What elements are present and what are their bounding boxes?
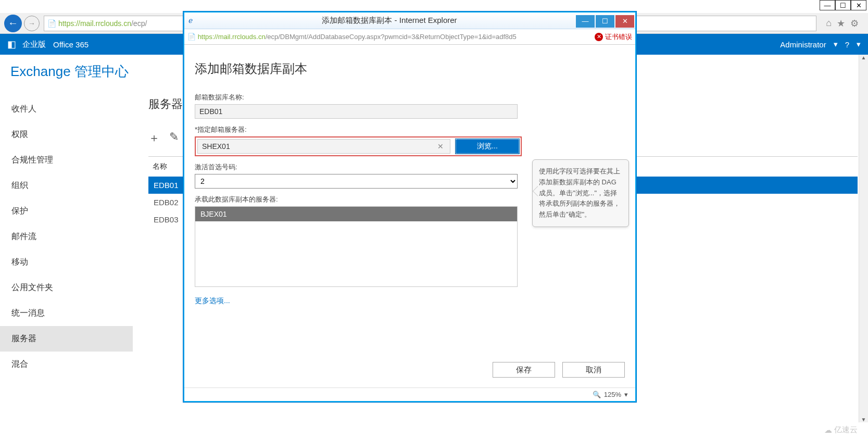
favorites-icon[interactable]: ★ [837, 18, 845, 29]
popup-address-bar[interactable]: 📄 https://mail.rrclouds.cn /ecp/DBMgmt/A… [184, 29, 635, 45]
sidebar-item[interactable]: 保护 [0, 198, 133, 224]
sidebar-item[interactable]: 合规性管理 [0, 147, 133, 173]
product-label: Office 365 [53, 40, 89, 49]
sidebar-item[interactable]: 服务器 [0, 326, 133, 352]
zoom-dropdown-icon[interactable]: ▾ [624, 391, 628, 398]
activation-pref-select[interactable]: 2 [195, 174, 518, 189]
popup-site-icon: 📄 [187, 33, 198, 41]
user-label[interactable]: Administrator [780, 40, 826, 49]
help-icon[interactable]: ? [845, 40, 849, 49]
outer-close-button[interactable]: ✕ [851, 0, 866, 10]
sidebar-item[interactable]: 混合 [0, 352, 133, 377]
ie-icon: ℯ [188, 16, 198, 26]
popup-heading: 添加邮箱数据库副本 [195, 60, 625, 77]
zoom-value: 125% [604, 391, 621, 398]
zoom-icon[interactable]: 🔍 [593, 391, 601, 398]
back-button[interactable]: ← [4, 15, 22, 32]
site-icon: 📄 [47, 19, 58, 28]
sidebar-item[interactable]: 统一消息 [0, 301, 133, 326]
cancel-button[interactable]: 取消 [562, 362, 625, 378]
url-path: /ecp/ [131, 19, 147, 28]
sidebar-item[interactable]: 公用文件夹 [0, 275, 133, 301]
app-launcher-icon[interactable]: ◧ [7, 39, 16, 50]
user-dropdown-icon[interactable]: ▾ [834, 40, 838, 49]
popup-window: ℯ 添加邮箱数据库副本 - Internet Explorer — ☐ ✕ 📄 … [183, 11, 636, 402]
popup-close-button[interactable]: ✕ [615, 15, 634, 28]
browse-button[interactable]: 浏览... [456, 139, 519, 154]
popup-minimize-button[interactable]: — [576, 15, 595, 28]
sidebar-item[interactable]: 移动 [0, 249, 133, 275]
enterprise-label: 企业版 [22, 40, 46, 49]
scroll-up-icon[interactable]: ▲ [861, 55, 866, 60]
copy-servers-list: BJEX01 [195, 206, 518, 287]
cert-error-badge[interactable]: ✕ 证书错误 [595, 32, 632, 42]
scrollbar[interactable]: ▲ ▼ [859, 55, 868, 422]
cert-error-icon: ✕ [595, 33, 603, 41]
popup-titlebar[interactable]: ℯ 添加邮箱数据库副本 - Internet Explorer — ☐ ✕ [184, 12, 635, 29]
url-host: https://mail.rrclouds.cn [58, 19, 131, 28]
home-icon[interactable]: ⌂ [826, 18, 832, 29]
cloud-icon: ☁ [824, 426, 832, 435]
sidebar-item[interactable]: 收件人 [0, 96, 133, 122]
settings-icon[interactable]: ⚙ [850, 18, 859, 29]
db-name-label: 邮箱数据库名称: [195, 93, 625, 102]
watermark: ☁ 亿速云 [824, 425, 858, 435]
save-button[interactable]: 保存 [493, 362, 555, 378]
add-icon[interactable]: ＋ [148, 130, 160, 146]
forward-button[interactable]: → [24, 16, 40, 31]
sidebar-item[interactable]: 权限 [0, 122, 133, 147]
more-options-link[interactable]: 更多选项... [195, 296, 625, 306]
sidebar-item[interactable]: 组织 [0, 173, 133, 198]
outer-maximize-button[interactable]: ☐ [835, 0, 851, 10]
popup-maximize-button[interactable]: ☐ [596, 15, 614, 28]
db-name-field: EDB01 [195, 104, 518, 119]
server-label: *指定邮箱服务器: [195, 125, 625, 134]
server-picker-row: SHEX01 ✕ 浏览... [195, 136, 522, 156]
popup-title: 添加邮箱数据库副本 - Internet Explorer [203, 16, 576, 26]
scroll-down-icon[interactable]: ▼ [861, 417, 866, 422]
popup-url-host: https://mail.rrclouds.cn [198, 33, 266, 41]
outer-minimize-button[interactable]: — [820, 0, 835, 10]
list-item[interactable]: BJEX01 [195, 207, 517, 221]
help-bubble: 使用此字段可选择要在其上添加新数据库副本的 DAG 成员。单击"浏览..."，选… [532, 159, 629, 227]
clear-server-icon[interactable]: ✕ [435, 142, 446, 151]
server-field[interactable]: SHEX01 ✕ [197, 139, 450, 154]
edit-icon[interactable]: ✎ [169, 130, 179, 146]
popup-status-bar: 🔍 125% ▾ [184, 387, 635, 401]
help-dropdown-icon[interactable]: ▾ [857, 40, 861, 49]
popup-url-path: /ecp/DBMgmt/AddDatabaseCopy.aspx?pwmcid=… [266, 33, 517, 41]
sidebar: 收件人权限合规性管理组织保护邮件流移动公用文件夹统一消息服务器混合 [0, 55, 133, 438]
sidebar-item[interactable]: 邮件流 [0, 224, 133, 249]
